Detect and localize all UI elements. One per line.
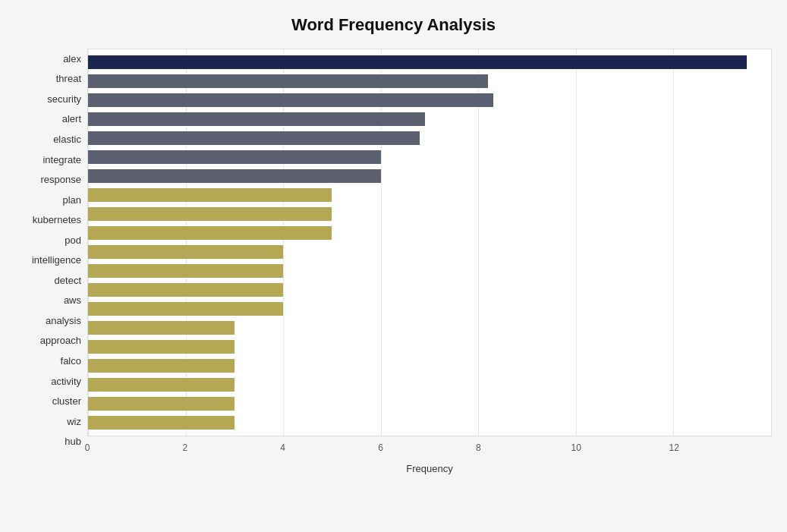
x-tick-label: 0 [85, 442, 90, 453]
bar-row [88, 414, 771, 431]
bar [88, 397, 235, 411]
bar [88, 150, 381, 164]
bar [88, 131, 420, 145]
bar-row [88, 263, 771, 279]
y-label: approach [40, 331, 81, 351]
bar [88, 74, 488, 88]
plot-area: 024681012 Frequency [87, 49, 772, 474]
y-label: security [47, 89, 81, 109]
bar [88, 55, 747, 69]
y-label: intelligence [32, 250, 81, 270]
bar [88, 359, 235, 373]
bars-section [87, 49, 772, 436]
y-label: integrate [42, 150, 81, 169]
bar-row [88, 376, 771, 393]
y-label: elastic [53, 129, 81, 149]
bar [88, 207, 332, 221]
y-label: falco [61, 351, 81, 370]
x-axis: 024681012 [87, 439, 772, 455]
chart-title: Word Frequency Analysis [15, 15, 772, 35]
y-axis: alexthreatsecurityalertelasticintegrater… [15, 49, 87, 474]
x-tick-label: 6 [378, 442, 383, 453]
bar-row [88, 149, 771, 165]
chart-area: alexthreatsecurityalertelasticintegrater… [15, 49, 772, 474]
y-label: cluster [52, 392, 81, 411]
bar-row [88, 130, 771, 146]
bar [88, 302, 283, 316]
bar [88, 321, 235, 335]
bar [88, 283, 283, 297]
bar-row [88, 301, 771, 317]
bar-row [88, 54, 771, 71]
bar-row [88, 244, 771, 260]
bar [88, 112, 425, 126]
y-label: pod [65, 230, 81, 250]
bar [88, 93, 493, 107]
y-label: plan [62, 190, 81, 209]
bar-row [88, 338, 771, 355]
bar-row [88, 320, 771, 336]
bar [88, 264, 283, 278]
bar-row [88, 282, 771, 298]
bar-row [88, 225, 771, 241]
bars-wrapper [88, 49, 771, 436]
bar [88, 226, 332, 240]
x-tick-label: 12 [669, 442, 678, 453]
chart-container: Word Frequency Analysis alexthreatsecuri… [0, 0, 787, 532]
x-tick-label: 4 [280, 442, 285, 453]
y-label: threat [56, 69, 81, 89]
bar-row [88, 168, 771, 184]
bar [88, 416, 235, 430]
bar-row [88, 111, 771, 127]
y-label: hub [65, 432, 81, 452]
y-label: alert [62, 109, 81, 129]
bar [88, 245, 283, 259]
bar [88, 188, 332, 202]
x-tick-label: 2 [183, 442, 188, 453]
bar-row [88, 73, 771, 90]
bar [88, 169, 381, 183]
bar-row [88, 357, 771, 374]
y-label: detect [55, 270, 81, 290]
y-label: aws [64, 291, 81, 310]
x-axis-label: Frequency [87, 463, 772, 474]
y-label: response [41, 170, 81, 190]
y-label: kubernetes [33, 210, 81, 230]
y-label: wiz [67, 411, 81, 431]
bar-row [88, 92, 771, 109]
y-label: analysis [46, 310, 81, 330]
bar-row [88, 206, 771, 222]
bar [88, 378, 235, 392]
x-tick-label: 8 [476, 442, 481, 453]
y-label: alex [63, 49, 81, 68]
y-label: activity [51, 371, 81, 391]
bar-row [88, 395, 771, 412]
x-tick-label: 10 [571, 442, 581, 453]
bar [88, 340, 235, 354]
bar-row [88, 187, 771, 203]
